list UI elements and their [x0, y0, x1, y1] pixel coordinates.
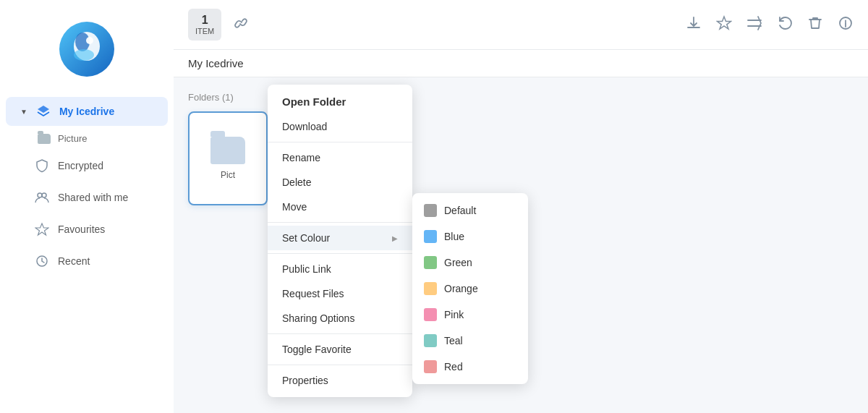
folder-card[interactable]: Pict — [188, 111, 268, 205]
colour-default[interactable]: Default — [412, 197, 528, 223]
sidebar-item-favourites[interactable]: ▶ Favourites — [6, 215, 168, 244]
sidebar-item-label: Shared with me — [58, 192, 128, 203]
sidebar-item-label: Recent — [58, 255, 90, 267]
sidebar-item-label: My Icedrive — [59, 106, 114, 117]
context-menu-set-colour[interactable]: Set Colour ▶ — [268, 226, 412, 250]
share-icon[interactable] — [746, 15, 762, 35]
colour-red[interactable]: Red — [412, 354, 528, 380]
trash-icon[interactable] — [807, 15, 823, 35]
svg-point-3 — [86, 37, 93, 44]
sidebar-item-shared[interactable]: ▶ Shared with me — [6, 183, 168, 212]
red-swatch — [424, 360, 437, 373]
layers-icon — [36, 104, 51, 119]
teal-swatch — [424, 334, 437, 347]
info-icon[interactable] — [838, 15, 854, 35]
sidebar-item-label: Encrypted — [58, 160, 103, 171]
folder-card-icon — [210, 137, 245, 164]
context-menu-properties[interactable]: Properties — [268, 368, 412, 393]
item-label: ITEM — [195, 27, 214, 35]
users-icon — [35, 190, 49, 205]
submenu-arrow-icon: ▶ — [392, 234, 398, 242]
divider-5 — [268, 365, 412, 365]
divider-3 — [268, 253, 412, 254]
context-menu-delete[interactable]: Delete — [268, 170, 412, 195]
sidebar-item-picture[interactable]: Picture — [0, 127, 174, 150]
download-icon[interactable] — [686, 15, 702, 35]
colour-pink[interactable]: Pink — [412, 302, 528, 328]
context-menu-sharing-options[interactable]: Sharing Options — [268, 306, 412, 331]
chevron-down-icon: ▼ — [20, 108, 27, 116]
blue-swatch — [424, 230, 437, 243]
divider-4 — [268, 333, 412, 334]
folder-icon — [38, 134, 51, 144]
sidebar-item-recent[interactable]: ▶ Recent — [6, 247, 168, 276]
main-content: 1 ITEM — [174, 0, 868, 413]
pink-swatch — [424, 308, 437, 321]
item-count: 1 — [195, 13, 214, 27]
svg-point-4 — [74, 49, 94, 61]
context-menu-download[interactable]: Download — [268, 114, 412, 139]
context-menu-public-link[interactable]: Public Link — [268, 257, 412, 281]
divider-2 — [268, 222, 412, 223]
svg-point-5 — [38, 193, 42, 197]
orange-swatch — [424, 282, 437, 295]
sidebar-item-encrypted[interactable]: ▶ Encrypted — [6, 151, 168, 180]
toolbar-icons — [686, 15, 854, 35]
star-icon — [35, 222, 49, 237]
item-count-badge: 1 ITEM — [188, 9, 221, 41]
folder-card-label: Pict — [221, 170, 235, 180]
sidebar-item-label: Picture — [58, 133, 87, 144]
svg-marker-9 — [718, 17, 731, 29]
sidebar: ▼ My Icedrive Picture ▶ Encrypted ▶ — [0, 0, 174, 413]
sidebar-item-my-icedrive[interactable]: ▼ My Icedrive — [6, 97, 168, 126]
content-area: Folders (1) Pict Open Folder Download Re… — [174, 77, 868, 220]
breadcrumb: My Icedrive — [174, 50, 868, 77]
context-menu: Open Folder Download Rename Delete Move … — [268, 85, 412, 397]
colour-green[interactable]: Green — [412, 250, 528, 276]
default-swatch — [424, 204, 437, 217]
toolbar: 1 ITEM — [174, 0, 868, 50]
star-toolbar-icon[interactable] — [716, 15, 732, 35]
clock-icon — [35, 254, 49, 268]
context-menu-open-folder[interactable]: Open Folder — [268, 89, 412, 114]
colour-submenu: Default Blue Green Orange Pink Teal — [412, 193, 528, 384]
context-menu-toggle-favorite[interactable]: Toggle Favorite — [268, 337, 412, 362]
colour-orange[interactable]: Orange — [412, 276, 528, 302]
logo-area — [0, 12, 174, 95]
breadcrumb-text: My Icedrive — [188, 57, 244, 69]
context-menu-rename[interactable]: Rename — [268, 145, 412, 170]
green-swatch — [424, 256, 437, 269]
context-menu-request-files[interactable]: Request Files — [268, 281, 412, 306]
colour-teal[interactable]: Teal — [412, 328, 528, 354]
link-icon[interactable] — [233, 15, 249, 35]
history-icon[interactable] — [777, 15, 793, 35]
app-logo — [58, 20, 116, 78]
shield-icon — [35, 158, 49, 173]
context-menu-move[interactable]: Move — [268, 195, 412, 219]
svg-marker-7 — [35, 223, 48, 235]
colour-blue[interactable]: Blue — [412, 223, 528, 250]
sidebar-item-label: Favourites — [58, 223, 105, 235]
svg-point-6 — [42, 193, 46, 197]
divider-1 — [268, 142, 412, 142]
